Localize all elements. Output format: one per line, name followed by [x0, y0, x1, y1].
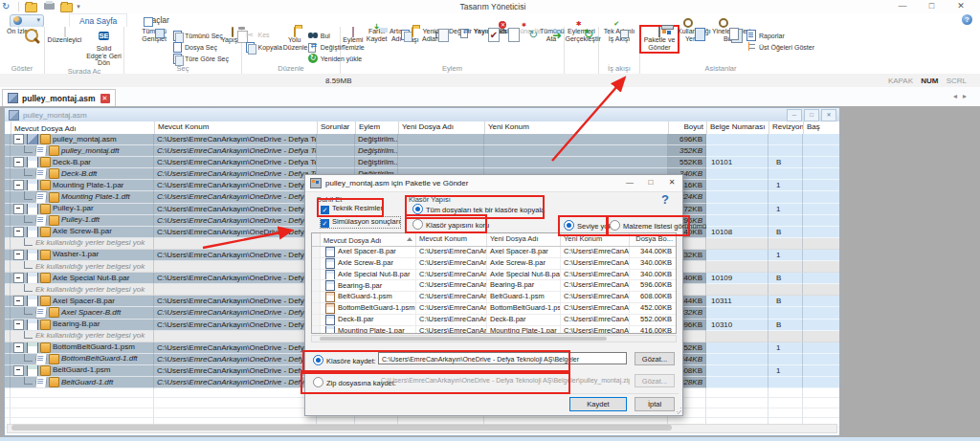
- find-duplicates-button[interactable]: Yinelenenleri Bul: [711, 28, 746, 42]
- collapse-icon[interactable]: [13, 134, 24, 144]
- table-row[interactable]: pulley_montaj.dftC:\Users\EmreCanArkayın…: [5, 145, 839, 157]
- one-step-workflow-button[interactable]: Tek Adımlı İş Akışı: [602, 28, 636, 42]
- dialog-table-row[interactable]: Axle Special Nut-B.parC:\Users\EmreCanAr…: [312, 270, 676, 281]
- keep-folder-structure-radio[interactable]: Klasör yapısını koru: [412, 219, 489, 230]
- collapse-icon[interactable]: [13, 320, 24, 330]
- paste-button[interactable]: Yapıştır: [220, 28, 245, 44]
- tab-araclar[interactable]: Araçlar: [134, 13, 179, 27]
- collapse-icon[interactable]: [13, 273, 24, 283]
- browse-folder-button[interactable]: Gözat...: [635, 352, 675, 365]
- col-boyut[interactable]: Boyut: [669, 121, 707, 134]
- collapse-icon[interactable]: [13, 296, 24, 306]
- copy-button[interactable]: Kopyala: [244, 41, 281, 53]
- dialog-help-icon[interactable]: ?: [661, 192, 669, 207]
- dialog-table-row[interactable]: Axel Spacer-B.parC:\Users\EmreCanArkay..…: [312, 247, 676, 258]
- collapse-icon[interactable]: [13, 227, 24, 237]
- col-baslik[interactable]: Baş: [804, 121, 839, 134]
- dialog-minimize-button[interactable]: —: [619, 175, 640, 190]
- col-yeni-konum[interactable]: Yeni Konum: [561, 233, 630, 246]
- sync-icon[interactable]: ↻: [2, 2, 12, 11]
- col-mevcut-konum[interactable]: Mevcut Konum: [416, 233, 487, 246]
- maximize-button[interactable]: □: [918, 0, 945, 12]
- save-button[interactable]: Kaydet: [569, 397, 627, 411]
- app-menu-button[interactable]: ▾: [10, 14, 44, 28]
- increment-name-button[interactable]: Artış Adı: [389, 28, 405, 42]
- return-to-solid-edge-button[interactable]: SE Solid Edge'e Geri Dön: [84, 28, 123, 67]
- replace-action-button[interactable]: Değiştir: [448, 28, 473, 35]
- col-belge-numarasi[interactable]: Belge Numarası: [707, 121, 769, 134]
- resize-grip[interactable]: [675, 408, 681, 414]
- scrollbar-thumb[interactable]: [11, 425, 672, 430]
- editor-button[interactable]: Düzenleyici: [45, 28, 84, 44]
- save-to-folder-radio[interactable]: Klasöre kaydet:: [313, 355, 376, 365]
- dialog-maximize-button[interactable]: □: [640, 175, 661, 190]
- col-yeni-dosya-adi[interactable]: Yeni Dosya Adı: [487, 233, 561, 246]
- print-icon[interactable]: [44, 3, 55, 10]
- collapse-icon[interactable]: [13, 342, 24, 353]
- show-parents-button[interactable]: Üst Öğeleri Göster: [746, 41, 799, 53]
- import-icon[interactable]: [60, 3, 73, 12]
- where-used-button[interactable]: Kullanıldığı Yerler: [677, 28, 711, 42]
- dialog-table-row[interactable]: Mounting Plate-1.parC:\Users\EmreCanArka…: [312, 326, 676, 334]
- obsolete-button[interactable]: Eski: [498, 28, 514, 35]
- dialog-table-row[interactable]: BottomBeltGuard-1.psmC:\Users\EmreCanArk…: [312, 303, 676, 315]
- doc-restore-button[interactable]: □: [804, 109, 819, 121]
- save-as-button[interactable]: Farklı Kaydet: [366, 28, 389, 42]
- close-button[interactable]: ✕: [947, 0, 974, 12]
- table-row[interactable]: pulley_montaj.asmC:\Users\EmreCanArkayın…: [5, 134, 839, 145]
- col-mevcut-konum[interactable]: Mevcut Konum: [155, 121, 318, 134]
- col-eylem[interactable]: Eylem: [356, 121, 399, 134]
- collapse-icon[interactable]: [13, 250, 24, 260]
- help-icon[interactable]: ?: [962, 14, 972, 25]
- collapse-icon[interactable]: [13, 157, 24, 167]
- document-tab[interactable]: pulley_montaj.asm ✕: [2, 89, 116, 106]
- collapse-icon[interactable]: [13, 204, 24, 214]
- minimize-button[interactable]: —: [889, 0, 916, 12]
- assign-all-button[interactable]: Tümünü Ata: [539, 28, 564, 42]
- col-mevcut-dosya-adi[interactable]: Mevcut Dosya Adı: [11, 121, 155, 134]
- dialog-table-row[interactable]: Bearing-B.parC:\Users\EmreCanArkay...Bea…: [312, 280, 676, 292]
- tab-close-icon[interactable]: ✕: [100, 94, 110, 103]
- col-yeni-konum[interactable]: Yeni Konum: [485, 121, 669, 134]
- cancel-button[interactable]: İptal: [635, 397, 675, 411]
- table-row[interactable]: Deck-B.parC:\Users\EmreCanArkayın\OneDri…: [5, 157, 839, 168]
- pack-and-go-button[interactable]: Paketle ve Gönder: [642, 28, 677, 51]
- table-header[interactable]: Mevcut Dosya Adı Mevcut Konum Sorunlar E…: [5, 121, 839, 135]
- doc-minimize-button[interactable]: ─: [787, 109, 802, 121]
- col-revizyon[interactable]: Revizyon ..: [769, 121, 804, 134]
- col-dosya-boyutu[interactable]: Dosya Bo...: [630, 233, 676, 246]
- dialog-table-row[interactable]: BeltGuard-1.psmC:\Users\EmreCanArkay...B…: [312, 292, 676, 303]
- col-sorunlar[interactable]: Sorunlar: [318, 121, 356, 134]
- rename-button[interactable]: Yeniden Adlandır: [421, 28, 448, 42]
- scrollbar-thumb[interactable]: [320, 337, 607, 341]
- save-folder-path-input[interactable]: C:\Users\EmreCanArkayın\OneDrive - Defya…: [378, 352, 627, 364]
- expand-all-button[interactable]: Tümünü Genişlet: [137, 28, 171, 42]
- dialog-horizontal-scrollbar[interactable]: [311, 335, 677, 342]
- dialog-table-header[interactable]: Mevcut Dosya Adı Mevcut Konum Yeni Dosya…: [312, 233, 676, 247]
- dialog-table-row[interactable]: Deck-B.parC:\Users\EmreCanArkay...Deck-B…: [312, 315, 676, 326]
- col-mevcut-dosya-adi[interactable]: Mevcut Dosya Adı: [321, 233, 416, 246]
- select-by-type-button[interactable]: Türe Göre Seç: [171, 53, 229, 64]
- tab-scroll-arrows[interactable]: ◂▸: [953, 92, 972, 100]
- dialog-close-button[interactable]: ✕: [661, 175, 682, 190]
- preview-button[interactable]: Ön İzleme: [5, 28, 39, 35]
- collapse-icon[interactable]: [13, 180, 24, 190]
- document-window-titlebar[interactable]: pulley_montaj.asm ─ □ ✕: [5, 108, 839, 121]
- copy-to-single-folder-radio[interactable]: Tüm dosyaları tek bir klasöre kopyala: [412, 204, 545, 214]
- col-yeni-dosya-adi[interactable]: Yeni Dosya Adı: [399, 121, 485, 134]
- perform-actions-button[interactable]: Eylemleri Gerçekleştir: [565, 28, 599, 42]
- browse-zip-button[interactable]: Gözat...: [635, 374, 675, 387]
- clear-action-button[interactable]: Eylemi Temizle: [341, 28, 366, 51]
- collapse-icon[interactable]: [13, 365, 24, 376]
- simulation-results-checkbox[interactable]: Simülasyon sonuçları: [321, 217, 400, 228]
- edit-path-button[interactable]: Yolu Düzenle: [282, 28, 307, 51]
- bom-view-radio[interactable]: Malzeme listesi görünümü: [610, 220, 706, 231]
- technical-drawings-checkbox[interactable]: Teknik Resimler: [321, 204, 383, 214]
- horizontal-scrollbar[interactable]: [7, 424, 837, 433]
- open-icon[interactable]: [25, 3, 37, 12]
- doc-close-button[interactable]: ✕: [821, 109, 836, 121]
- no-level-radio[interactable]: Seviye yok: [564, 220, 612, 231]
- qat-dropdown-icon[interactable]: ▾: [77, 3, 80, 11]
- dialog-table-row[interactable]: Axle Screw-B.parC:\Users\EmreCanArkay...…: [312, 258, 676, 270]
- reports-button[interactable]: Raporlar: [746, 30, 799, 41]
